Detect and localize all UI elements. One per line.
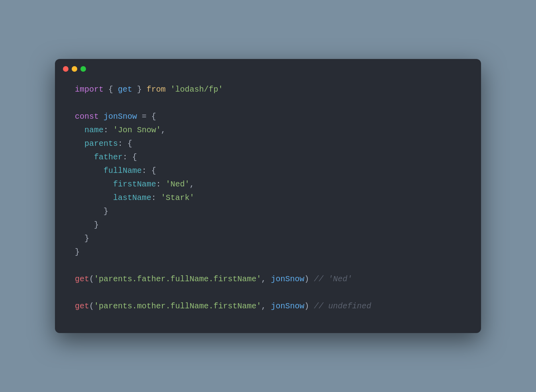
code-line-9: lastName: 'Stark' — [75, 191, 461, 205]
code-window: import { get } from 'lodash/fp' const jo… — [55, 59, 481, 333]
maximize-button[interactable] — [80, 66, 86, 72]
code-line-5: parents: { — [75, 137, 461, 151]
code-line-3: const jonSnow = { — [75, 110, 461, 123]
code-line-6: father: { — [75, 151, 461, 164]
code-line-13: } — [75, 245, 461, 259]
code-line-11: } — [75, 218, 461, 232]
code-line-15: get('parents.father.fullName.firstName',… — [75, 272, 461, 286]
code-line-12: } — [75, 232, 461, 245]
close-button[interactable] — [63, 66, 68, 72]
titlebar — [55, 59, 481, 79]
code-line-blank-1 — [75, 96, 461, 110]
code-line-4: name: 'Jon Snow', — [75, 123, 461, 137]
code-line-blank-2 — [75, 259, 461, 272]
code-line-7: fullName: { — [75, 164, 461, 178]
minimize-button[interactable] — [72, 66, 77, 72]
code-line-8: firstName: 'Ned', — [75, 178, 461, 191]
code-line-blank-3 — [75, 286, 461, 300]
code-line-1: import { get } from 'lodash/fp' — [75, 83, 461, 96]
code-line-17: get('parents.mother.fullName.firstName',… — [75, 300, 461, 313]
code-line-10: } — [75, 205, 461, 218]
code-editor: import { get } from 'lodash/fp' const jo… — [55, 79, 481, 317]
